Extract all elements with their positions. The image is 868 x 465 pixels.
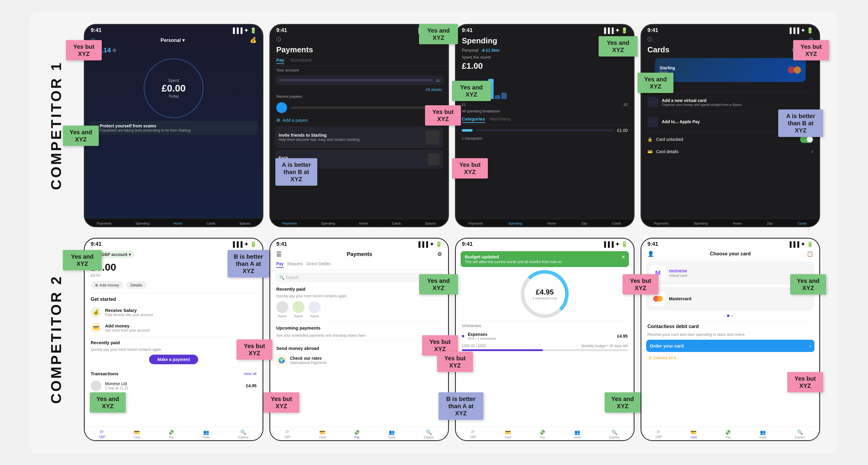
c2-phone-4-wrapper: 9:41 ▐▐▐ ✦ 🔋 👤 Choose your card 📋 M [641, 238, 820, 441]
c1p4-note-2: Yes and XYZ [638, 73, 674, 93]
c2p1-note-3: Yes but XYZ [237, 339, 272, 360]
main-container: COMPETITOR 1 9:41 ▐▐▐ ✦ 🔋 ⊙ Personal ▾ 💰 [30, 11, 838, 454]
c1-phone-4-wrapper: 9:41 ▐▐▐ ✦ 🔋 ⓘ ⊙ Cards Create new [641, 24, 820, 227]
c1p3-note-3: Yes but XYZ [452, 158, 488, 178]
competitor-2-phones: 9:41 ▐▐▐ ✦ 🔋 🇬🇧 GBP account ▾ ⊕ ✦ [84, 238, 820, 441]
c1-phone-2: 9:41 ▐▐▐ ✦ 🔋 ⓘ ⊙ Payments Pay Schedul [269, 24, 449, 227]
c2p2-note-1: Yes and XYZ [419, 274, 458, 295]
competitor-2-section: COMPETITOR 2 9:41 ▐▐▐ ✦ 🔋 🇬🇧 GBP account… [48, 237, 820, 442]
c2p2-note-3: Yes but XYZ [264, 392, 299, 413]
competitor-1-phones: 9:41 ▐▐▐ ✦ 🔋 ⊙ Personal ▾ 💰 £34.14 ⊙ Spe… [84, 24, 820, 227]
c1p4-note-3: A is better than B at XYZ [778, 109, 823, 137]
c1-phone-1-wrapper: 9:41 ▐▐▐ ✦ 🔋 ⊙ Personal ▾ 💰 £34.14 ⊙ Spe… [84, 24, 264, 227]
c2p4-note-1: Yes but XYZ [623, 274, 658, 295]
c2p3-note-1: Yes but XYZ [437, 352, 473, 372]
c1p1-note-2: Yes and XYZ [63, 126, 99, 146]
c1p3-note-1: Yes and XYZ [599, 36, 638, 57]
c1-phone-3-wrapper: 9:41 ▐▐▐ ✦ 🔋 Spending ⊙ Personal 4-11 No… [455, 24, 634, 227]
c2p4-note-2: Yes and XYZ [790, 274, 826, 295]
c1p2-note-2: Yes but XYZ [425, 105, 461, 126]
c1p2-note-1: Yes and XYZ [419, 24, 458, 44]
c1p1-statusbar: 9:41 ▐▐▐ ✦ 🔋 [85, 25, 262, 35]
competitor-1-section: COMPETITOR 1 9:41 ▐▐▐ ✦ 🔋 ⊙ Personal ▾ 💰 [48, 23, 820, 228]
c2p1-note-2: B is better than A at XYZ [227, 250, 269, 277]
c2p3-note-3: Yes and XYZ [604, 392, 641, 413]
c1p1-note-1: Yes but XYZ [66, 40, 102, 60]
c2p1-note-1: Yes and XYZ [63, 250, 102, 270]
c2-phone-1-wrapper: 9:41 ▐▐▐ ✦ 🔋 🇬🇧 GBP account ▾ ⊕ ✦ [84, 238, 264, 441]
c2p4-note-3: Yes but XYZ [787, 372, 823, 392]
c2p3-note-2: B is better than A at XYZ [438, 392, 484, 420]
c1p3-note-2: Yes and XYZ [452, 81, 491, 101]
c2-phone-4: 9:41 ▐▐▐ ✦ 🔋 👤 Choose your card 📋 M [641, 238, 820, 441]
c2p1-note-4: Yes and XYZ [90, 392, 126, 413]
c2-phone-2-wrapper: 9:41 ▐▐▐ ✦ 🔋 ☰ Payments ⚙ Pay Request Di… [269, 238, 449, 441]
c1p2-screen: 9:41 ▐▐▐ ✦ 🔋 ⓘ ⊙ Payments Pay Schedul [270, 25, 448, 226]
c1-phone-1: 9:41 ▐▐▐ ✦ 🔋 ⊙ Personal ▾ 💰 £34.14 ⊙ Spe… [84, 24, 264, 227]
c2-phone-3-wrapper: 9:41 ▐▐▐ ✦ 🔋 Budget updated This will af… [455, 238, 634, 441]
c1p2-note-3: A is better than B at XYZ [275, 158, 317, 186]
c1p4-note-1: Yes but XYZ [793, 40, 829, 60]
c2p4-screen: 9:41 ▐▐▐ ✦ 🔋 👤 Choose your card 📋 M [642, 239, 819, 440]
c1p1-screen: 9:41 ▐▐▐ ✦ 🔋 ⊙ Personal ▾ 💰 £34.14 ⊙ Spe… [85, 25, 262, 226]
competitor-2-label: COMPETITOR 2 [48, 275, 72, 404]
c1-phone-2-wrapper: 9:41 ▐▐▐ ✦ 🔋 ⓘ ⊙ Payments Pay Schedul [269, 24, 449, 227]
c1p1-balance-circle: Spent £0.00 Today [144, 58, 204, 118]
